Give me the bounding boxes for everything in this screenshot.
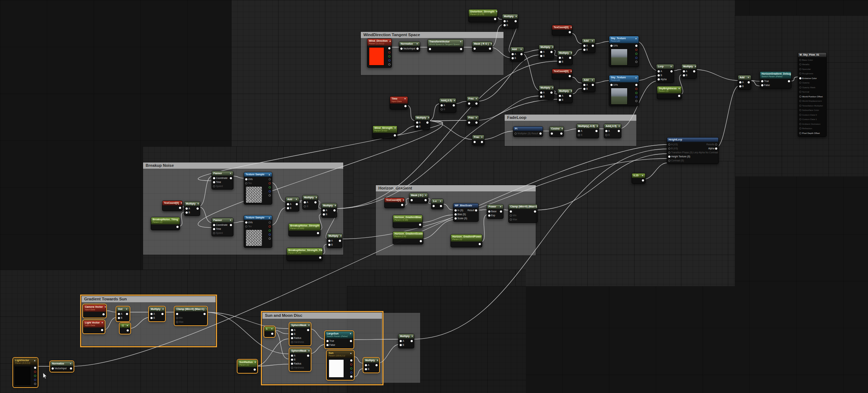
pin[interactable] <box>618 130 620 132</box>
pin[interactable] <box>150 313 153 315</box>
pin[interactable] <box>179 207 181 209</box>
pin[interactable] <box>799 59 801 61</box>
collapse-arrow-icon[interactable]: ▲ <box>633 76 637 79</box>
node-clamp-min-0-max-1[interactable]: Clamp (Min=0) (Max=1)▼MinMax <box>508 204 538 223</box>
pin[interactable] <box>350 340 352 342</box>
pin[interactable] <box>394 134 396 136</box>
pin[interactable] <box>658 78 660 81</box>
node-multiply[interactable]: Multiply▼AB <box>302 195 318 210</box>
collapse-arrow-icon[interactable]: ▼ <box>100 321 103 324</box>
pin[interactable] <box>291 337 293 339</box>
pin[interactable] <box>426 121 429 124</box>
pin[interactable] <box>365 368 367 370</box>
pin[interactable] <box>419 224 421 226</box>
pin[interactable] <box>658 74 660 76</box>
pin[interactable] <box>213 232 215 234</box>
collapse-arrow-icon[interactable]: ▼ <box>617 125 620 128</box>
pin[interactable] <box>799 127 801 130</box>
pin[interactable] <box>475 121 478 124</box>
node-lerp[interactable]: Lerp▼ABAlpha <box>656 64 674 83</box>
pin[interactable] <box>799 72 801 75</box>
collapse-arrow-icon[interactable]: ▼ <box>124 308 128 311</box>
pin[interactable] <box>304 205 306 207</box>
collapse-arrow-icon[interactable]: ▼ <box>314 196 317 199</box>
collapse-arrow-icon[interactable]: ▼ <box>306 349 310 352</box>
node-add-0-5[interactable]: Add(,0.5)▼AB <box>439 98 456 113</box>
pin[interactable] <box>453 104 455 106</box>
collapse-arrow-icon[interactable]: ▼ <box>494 10 498 13</box>
pin[interactable] <box>515 20 517 22</box>
pin[interactable] <box>799 68 801 70</box>
node-texture-sample[interactable]: Texture Sample▲UVsTex <box>244 215 272 248</box>
pin[interactable] <box>635 96 637 98</box>
pin[interactable] <box>481 141 483 143</box>
collapse-arrow-icon[interactable]: ▲ <box>267 216 270 219</box>
pin[interactable] <box>475 209 477 212</box>
node-camera-vector[interactable]: Camera Vector▼Input Data <box>83 304 106 318</box>
pin[interactable] <box>474 141 476 143</box>
pin[interactable] <box>314 201 317 203</box>
collapse-arrow-icon[interactable]: ▼ <box>228 219 232 222</box>
pin[interactable] <box>319 257 321 259</box>
pin[interactable] <box>635 45 637 47</box>
node-multiply[interactable]: Multiply▼AB <box>363 358 379 373</box>
node-add[interactable]: Add▼AB <box>738 75 751 90</box>
pin[interactable] <box>400 344 402 346</box>
pin[interactable] <box>559 57 561 59</box>
pin[interactable] <box>761 84 763 86</box>
collapse-arrow-icon[interactable]: ▼ <box>422 216 423 219</box>
collapse-arrow-icon[interactable]: ▼ <box>269 328 273 330</box>
pin[interactable] <box>668 143 670 146</box>
pin[interactable] <box>245 178 247 180</box>
pin[interactable] <box>642 179 644 181</box>
pin[interactable] <box>761 80 763 82</box>
node-horizongradient-debug[interactable]: HorizonGradient_Debug▼Switch Param (Fals… <box>760 71 792 89</box>
collapse-arrow-icon[interactable]: ▼ <box>403 97 406 100</box>
pin[interactable] <box>550 91 553 94</box>
pin[interactable] <box>291 341 293 343</box>
pin[interactable] <box>287 203 289 205</box>
pin[interactable] <box>488 214 490 217</box>
node-breakupnoise-strength[interactable]: BreakupNoise_Strength▼Param (0.005) <box>288 223 321 236</box>
pin[interactable] <box>291 363 293 365</box>
pin[interactable] <box>328 240 330 242</box>
pin[interactable] <box>411 340 413 342</box>
pin[interactable] <box>230 177 232 179</box>
collapse-arrow-icon[interactable]: ▼ <box>125 324 128 327</box>
pin[interactable] <box>429 48 431 50</box>
collapse-arrow-icon[interactable]: ▼ <box>569 52 572 55</box>
pin[interactable] <box>424 199 427 201</box>
pin[interactable] <box>411 199 413 201</box>
pin[interactable] <box>269 178 271 180</box>
collapse-arrow-icon[interactable]: ▼ <box>560 127 563 130</box>
pin[interactable] <box>583 45 585 47</box>
node-multiply[interactable]: Multiply▼AB <box>557 50 573 65</box>
pin[interactable] <box>269 186 271 188</box>
pin[interactable] <box>287 207 289 209</box>
pin[interactable] <box>799 91 801 93</box>
node-wind-direction[interactable]: Wind_Direction▲Param (1,0,0,1) <box>367 38 392 68</box>
node-horizon-gradientscale[interactable]: Horizon_GradientScale▼Param (1.4) <box>393 231 423 244</box>
pin[interactable] <box>291 367 293 369</box>
pin[interactable] <box>799 114 801 116</box>
node-multiply[interactable]: Multiply▼AB <box>184 201 200 216</box>
collapse-arrow-icon[interactable]: ▼ <box>590 79 594 82</box>
collapse-arrow-icon[interactable]: ▼ <box>474 97 478 100</box>
pin[interactable] <box>416 48 419 50</box>
collapse-arrow-icon[interactable]: ▼ <box>204 308 207 311</box>
collapse-arrow-icon[interactable]: ▼ <box>590 40 594 42</box>
pin[interactable] <box>635 100 637 102</box>
node-panner[interactable]: Panner▼CoordinateTimeSpeed <box>212 218 233 236</box>
pin[interactable] <box>678 95 680 97</box>
pin[interactable] <box>668 147 670 150</box>
pin[interactable] <box>269 190 271 192</box>
pin[interactable] <box>307 329 309 331</box>
pin[interactable] <box>52 367 54 370</box>
collapse-arrow-icon[interactable]: ▼ <box>458 40 462 43</box>
node-multiply[interactable]: Multiply▼AB <box>149 307 165 321</box>
pin[interactable] <box>333 209 336 212</box>
pin[interactable] <box>595 130 598 132</box>
pin[interactable] <box>583 84 585 86</box>
node-clamp-min-0-max-1[interactable]: Clamp (Min=0) (Max=1)▼MinMax <box>175 307 207 325</box>
collapse-arrow-icon[interactable]: ▼ <box>423 232 423 235</box>
